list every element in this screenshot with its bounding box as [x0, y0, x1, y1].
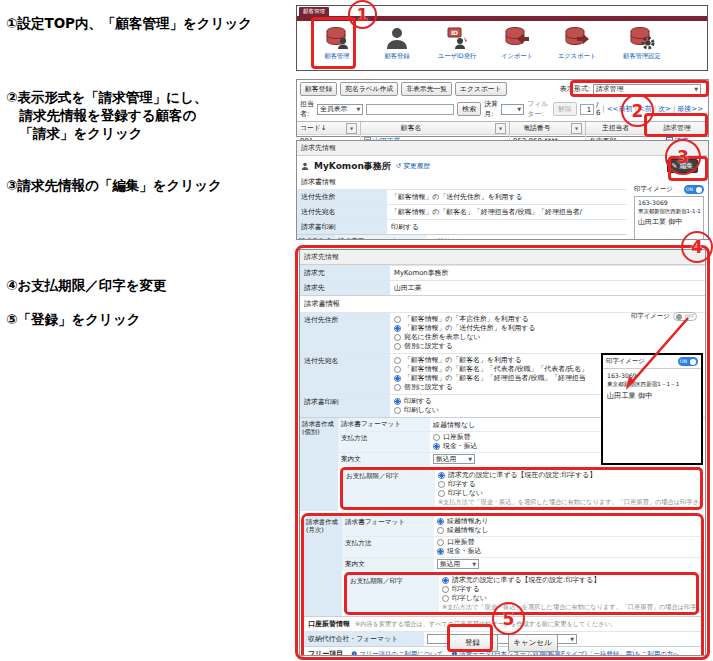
due-option[interactable]: 請求元の設定に準ずる【現在の設定:印字する】: [442, 576, 693, 585]
radio-icon[interactable]: [438, 481, 445, 488]
filter-dropdown-icon[interactable]: ▼: [495, 123, 506, 134]
tutorial-page: ①設定TOP内、「顧客管理」をクリック ②表示形式を「請求管理」にし、 請求先情…: [0, 0, 713, 661]
export-button[interactable]: エクスポート: [455, 82, 507, 96]
radio-icon[interactable]: [394, 407, 401, 414]
column-name[interactable]: 顧客名 ▼: [361, 122, 510, 134]
column-phone[interactable]: 電話番号 ▼: [510, 122, 586, 134]
icon-item-import[interactable]: インポート: [489, 25, 545, 61]
guide-label: 案内文: [338, 453, 430, 466]
icon-item-userid-issue[interactable]: ID ユーザID発行: [429, 25, 485, 61]
filter-clear-button[interactable]: 解除: [553, 102, 577, 116]
payment-option[interactable]: 現金・振込: [437, 547, 698, 556]
format-option[interactable]: 繰越情報あり: [437, 517, 698, 526]
print-preview-toggle[interactable]: ON: [678, 357, 698, 366]
instruction-step2-line2: 請求先情報を登録する顧客の: [6, 106, 207, 124]
radio-selected-icon[interactable]: [437, 548, 444, 555]
page-next-link[interactable]: 次>: [658, 104, 671, 114]
due-option[interactable]: 請求元の設定に準ずる【現在の設定:印字する】: [438, 471, 697, 480]
due-option[interactable]: 印字する: [438, 480, 697, 489]
radio-icon[interactable]: [394, 366, 401, 373]
radio-icon[interactable]: [442, 586, 449, 593]
cancel-button[interactable]: キャンセル: [508, 634, 558, 652]
guide-select[interactable]: 振込用▼: [437, 559, 479, 569]
page-last-link[interactable]: 最後>>: [677, 104, 703, 114]
hidden-list-button[interactable]: 非表示先一覧: [401, 82, 452, 96]
history-link[interactable]: ↺ 変更履歴: [396, 162, 430, 171]
preview-address: 東京都新宿区西新宿1－1－1: [607, 380, 697, 388]
icon-item-customer-settings[interactable]: 顧客管理設定: [609, 25, 675, 61]
page-number-input[interactable]: [580, 104, 594, 115]
address-option[interactable]: 「顧客情報」の「送付先住所」を利用する: [394, 324, 701, 333]
staff-select[interactable]: 全員表示 ▼: [317, 104, 363, 115]
icon-item-export[interactable]: エクスポート: [549, 25, 605, 61]
guide-select[interactable]: 振込用▼: [433, 454, 475, 464]
row-label: 請求書印刷: [297, 220, 387, 234]
radio-selected-icon[interactable]: [394, 375, 401, 382]
format-option[interactable]: 繰越情報なし: [437, 526, 698, 535]
radio-selected-icon[interactable]: [437, 518, 444, 525]
register-button[interactable]: 登録: [448, 634, 498, 652]
radio-icon[interactable]: [394, 334, 401, 341]
settings-db-icon: [609, 25, 675, 51]
due-option[interactable]: 印字しない: [442, 594, 693, 603]
address-label-button[interactable]: 宛名ラベル作成: [340, 82, 398, 96]
sort-desc-icon: ↓: [321, 124, 327, 132]
icon-item-customer-management[interactable]: 顧客管理: [309, 25, 365, 61]
radio-selected-icon[interactable]: [433, 443, 440, 450]
pagination-separator: |: [602, 105, 604, 113]
icon-item-customer-register[interactable]: 顧客登録: [369, 25, 425, 61]
radio-icon[interactable]: [394, 357, 401, 364]
radio-icon[interactable]: [394, 316, 401, 323]
row-label: 請求書フォーマット: [335, 235, 427, 240]
due-option[interactable]: 印字しない: [438, 489, 697, 498]
icon-label: ユーザID発行: [429, 52, 485, 61]
tab-customer-management[interactable]: 顧客管理: [299, 7, 329, 16]
instruction-step2: ②表示形式を「請求管理」にし、 請求先情報を登録する顧客の 「請求」をクリック: [6, 88, 207, 142]
row-label: 送付先住所: [297, 190, 387, 204]
display-format-select[interactable]: 請求管理 ▼: [593, 84, 701, 95]
due-label: お支払期限／印字: [347, 575, 439, 612]
chevron-down-icon: ▼: [694, 86, 698, 92]
due-label: お支払期限／印字: [343, 470, 435, 507]
group-label: 請求書作成: [306, 518, 338, 526]
address-option[interactable]: 個別に設定する: [394, 342, 701, 351]
search-button[interactable]: 検索: [457, 102, 481, 116]
radio-selected-icon[interactable]: [394, 325, 401, 332]
radio-selected-icon[interactable]: [442, 577, 449, 584]
filter-dropdown-icon[interactable]: ▼: [346, 123, 357, 134]
row-value: 印刷する: [387, 220, 627, 234]
radio-icon[interactable]: [442, 595, 449, 602]
filter-dropdown-icon[interactable]: ▼: [571, 123, 582, 134]
row-value: 「顧客情報」の「顧客名」「経理担当者/役職」「経理担当者/: [387, 205, 627, 219]
page-total: / 6: [596, 101, 600, 117]
customer-register-button[interactable]: 顧客登録: [300, 82, 337, 96]
radio-icon[interactable]: [394, 343, 401, 350]
group-label-sub: (月次): [306, 526, 324, 534]
radio-icon[interactable]: [437, 539, 444, 546]
pagination-separator: |: [673, 105, 675, 113]
history-icon: ↺: [396, 162, 402, 170]
person-icon: [301, 162, 309, 170]
print-preview-title: 印字イメージ: [634, 185, 673, 194]
fiscal-month-select[interactable]: ▼: [501, 104, 524, 115]
radio-icon[interactable]: [433, 434, 440, 441]
radio-icon[interactable]: [437, 527, 444, 534]
column-code[interactable]: コード ↓ ▼: [297, 122, 361, 134]
address-option[interactable]: 宛名に住所を表示しない: [394, 333, 701, 342]
instruction-step4: ④お支払期限／印字を変更: [6, 276, 167, 294]
radio-selected-icon[interactable]: [438, 472, 445, 479]
format-label: 請求書フォーマット: [342, 516, 434, 536]
print-preview-toggle[interactable]: ON: [684, 185, 704, 194]
print-preview-toggle[interactable]: OFF: [673, 312, 697, 321]
payment-option[interactable]: 口座振替: [437, 538, 698, 547]
biller-label: 請求元: [300, 266, 390, 280]
instruction-step2-line3: 「請求」をクリック: [6, 124, 207, 142]
radio-icon[interactable]: [438, 490, 445, 497]
search-input[interactable]: [366, 104, 454, 115]
print-label: 請求書印刷: [300, 395, 390, 417]
radio-icon[interactable]: [394, 384, 401, 391]
chevron-down-icon: ▼: [468, 456, 472, 462]
id-card-icon: ID: [429, 25, 485, 51]
radio-selected-icon[interactable]: [394, 398, 401, 405]
due-option[interactable]: 印字する: [442, 585, 693, 594]
